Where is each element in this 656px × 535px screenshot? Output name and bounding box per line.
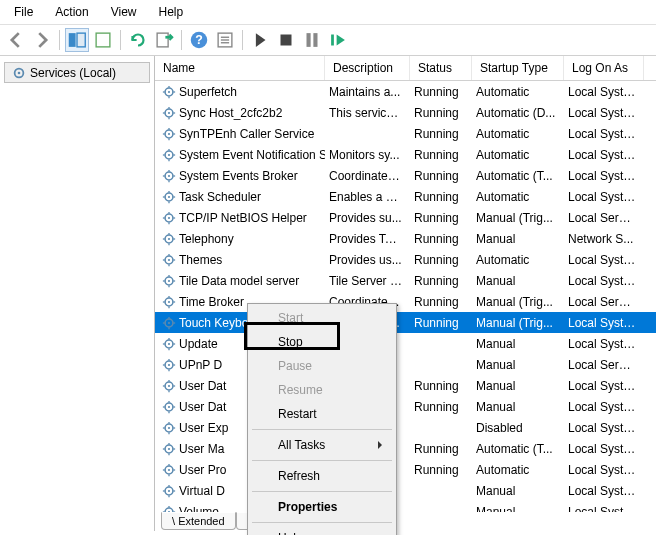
- service-row[interactable]: TCP/IP NetBIOS HelperProvides su...Runni…: [155, 207, 656, 228]
- sidebar: Services (Local): [0, 56, 155, 531]
- show-hide-tree-button[interactable]: [65, 28, 89, 52]
- service-row[interactable]: User Datdes sto...RunningManualLocal Sys…: [155, 396, 656, 417]
- service-logon: Local Syste...: [564, 337, 644, 351]
- service-row[interactable]: User MaManag...RunningAutomatic (T...Loc…: [155, 438, 656, 459]
- restart-service-button[interactable]: [326, 28, 350, 52]
- service-row[interactable]: Tile Data model serverTile Server f...Ru…: [155, 270, 656, 291]
- svg-point-113: [167, 426, 169, 428]
- refresh-button[interactable]: [126, 28, 150, 52]
- service-logon: Local Syste...: [564, 463, 644, 477]
- back-button[interactable]: [4, 28, 28, 52]
- service-name: Tile Data model server: [179, 274, 299, 288]
- service-logon: Local Service: [564, 358, 644, 372]
- service-logon: Local Syste...: [564, 127, 644, 141]
- ctx-all-tasks[interactable]: All Tasks: [250, 433, 394, 457]
- svg-point-71: [167, 279, 169, 281]
- ctx-help[interactable]: Help: [250, 526, 394, 535]
- service-row[interactable]: SuperfetchMaintains a...RunningAutomatic…: [155, 81, 656, 102]
- service-name: Superfetch: [179, 85, 237, 99]
- help-button[interactable]: ?: [187, 28, 211, 52]
- services-icon: [11, 65, 26, 80]
- ctx-restart[interactable]: Restart: [250, 402, 394, 426]
- header-status[interactable]: Status: [410, 56, 472, 80]
- service-row[interactable]: System Event Notification S...Monitors s…: [155, 144, 656, 165]
- svg-point-95: [167, 363, 169, 365]
- service-list[interactable]: SuperfetchMaintains a...RunningAutomatic…: [155, 81, 656, 512]
- service-name: TCP/IP NetBIOS Helper: [179, 211, 307, 225]
- service-name: Virtual D: [179, 484, 225, 498]
- service-logon: Local Syste...: [564, 190, 644, 204]
- header-description[interactable]: Description: [325, 56, 410, 80]
- service-status: Running: [410, 463, 472, 477]
- service-logon: Local Syste...: [564, 169, 644, 183]
- service-name: User Dat: [179, 379, 226, 393]
- service-status: Running: [410, 400, 472, 414]
- svg-text:?: ?: [195, 33, 203, 47]
- service-icon: [161, 336, 176, 351]
- menu-action[interactable]: Action: [45, 2, 98, 22]
- service-row[interactable]: TelephonyProvides Tel...RunningManualNet…: [155, 228, 656, 249]
- properties-button[interactable]: [213, 28, 237, 52]
- start-service-button[interactable]: [248, 28, 272, 52]
- service-icon: [161, 126, 176, 141]
- ctx-stop[interactable]: Stop: [250, 330, 394, 354]
- service-row[interactable]: Virtual Ddes m...ManualLocal Syste...: [155, 480, 656, 501]
- service-row[interactable]: Sync Host_2cfc2b2This service ...Running…: [155, 102, 656, 123]
- service-startup: Manual: [472, 505, 564, 513]
- ctx-separator: [252, 491, 392, 492]
- export-list-button[interactable]: [152, 28, 176, 52]
- service-status: Running: [410, 106, 472, 120]
- ctx-properties[interactable]: Properties: [250, 495, 394, 519]
- service-row[interactable]: Time BrokerCoordinates...RunningManual (…: [155, 291, 656, 312]
- service-row[interactable]: User Proervice ...RunningAutomaticLocal …: [155, 459, 656, 480]
- service-startup: Automatic (T...: [472, 169, 564, 183]
- forward-button[interactable]: [30, 28, 54, 52]
- service-icon: [161, 399, 176, 414]
- svg-rect-11: [307, 33, 311, 47]
- svg-rect-0: [69, 33, 76, 47]
- svg-point-23: [167, 111, 169, 113]
- service-row[interactable]: SynTPEnh Caller ServiceRunningAutomaticL…: [155, 123, 656, 144]
- service-row[interactable]: UPnP Ds UPn...ManualLocal Service: [155, 354, 656, 375]
- ctx-refresh[interactable]: Refresh: [250, 464, 394, 488]
- service-startup: Manual: [472, 379, 564, 393]
- svg-point-125: [167, 468, 169, 470]
- service-startup: Disabled: [472, 421, 564, 435]
- service-row[interactable]: Touch Keyboard and Hand...Enables Tou...…: [155, 312, 656, 333]
- svg-point-107: [167, 405, 169, 407]
- service-icon: [161, 462, 176, 477]
- service-icon: [161, 420, 176, 435]
- header-logon[interactable]: Log On As: [564, 56, 644, 80]
- service-row[interactable]: System Events BrokerCoordinates...Runnin…: [155, 165, 656, 186]
- service-icon: [161, 294, 176, 309]
- export-button[interactable]: [91, 28, 115, 52]
- service-logon: Local Syste...: [564, 484, 644, 498]
- service-row[interactable]: User Expdes su...DisabledLocal Syste...: [155, 417, 656, 438]
- service-row[interactable]: Update ges W...ManualLocal Syste...: [155, 333, 656, 354]
- pause-service-button[interactable]: [300, 28, 324, 52]
- service-row[interactable]: Volume ges an...ManualLocal Syste...: [155, 501, 656, 512]
- service-row[interactable]: Task SchedulerEnables a us...RunningAuto…: [155, 186, 656, 207]
- service-name: User Dat: [179, 400, 226, 414]
- tab-extended[interactable]: Extended: [161, 512, 236, 530]
- service-name: User Pro: [179, 463, 226, 477]
- separator: [120, 30, 121, 50]
- menu-help[interactable]: Help: [149, 2, 194, 22]
- service-logon: Local Service: [564, 295, 644, 309]
- header-startup[interactable]: Startup Type: [472, 56, 564, 80]
- service-status: Running: [410, 127, 472, 141]
- ctx-separator: [252, 522, 392, 523]
- svg-rect-13: [331, 35, 334, 46]
- service-logon: Local Syste...: [564, 253, 644, 267]
- header-name[interactable]: Name: [155, 56, 325, 80]
- service-icon: [161, 504, 176, 512]
- service-status: Running: [410, 316, 472, 330]
- service-row[interactable]: User Datdes ap...RunningManualLocal Syst…: [155, 375, 656, 396]
- service-row[interactable]: ThemesProvides us...RunningAutomaticLoca…: [155, 249, 656, 270]
- separator: [181, 30, 182, 50]
- menu-view[interactable]: View: [101, 2, 147, 22]
- stop-service-button[interactable]: [274, 28, 298, 52]
- sidebar-services-local[interactable]: Services (Local): [4, 62, 150, 83]
- svg-point-77: [167, 300, 169, 302]
- menu-file[interactable]: File: [4, 2, 43, 22]
